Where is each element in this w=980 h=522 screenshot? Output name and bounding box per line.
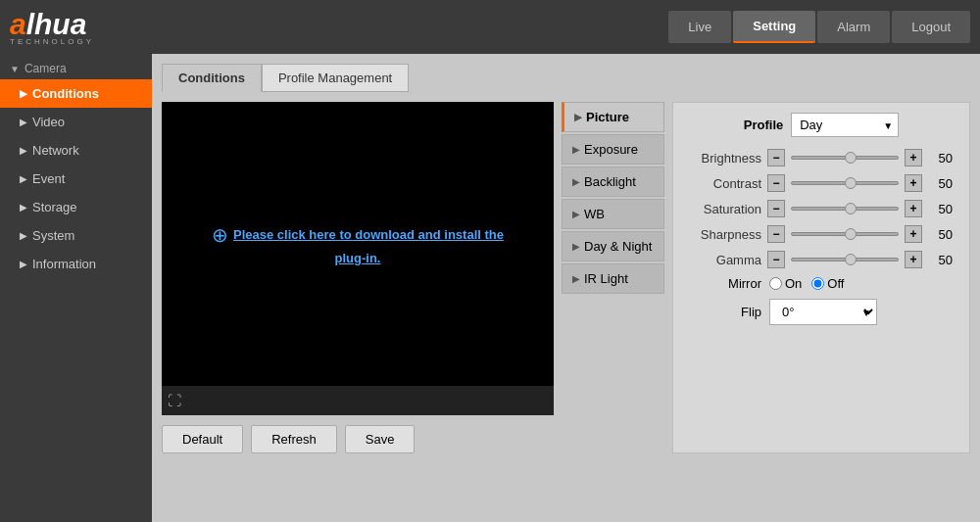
profile-select[interactable]: Day Night General <box>791 113 899 137</box>
download-prompt[interactable]: ⊕ Please click here to download and inst… <box>212 223 504 247</box>
chevron-right-icon: ▶ <box>572 241 580 252</box>
gamma-slider[interactable] <box>791 258 899 261</box>
chevron-right-icon: ▶ <box>20 88 27 99</box>
chevron-right-icon: ▶ <box>20 202 27 213</box>
mirror-on-radio[interactable] <box>769 277 782 290</box>
chevron-right-icon: ▶ <box>20 117 27 127</box>
nav-alarm-button[interactable]: Alarm <box>817 11 890 43</box>
menu-item-exposure[interactable]: ▶ Exposure <box>562 134 664 165</box>
mirror-off-option[interactable]: Off <box>811 276 844 291</box>
tab-profile-management[interactable]: Profile Management <box>262 64 409 92</box>
contrast-row: Contrast − + 50 <box>683 174 959 192</box>
brightness-plus-button[interactable]: + <box>905 149 922 166</box>
picture-panel: ▶ Picture ▶ Exposure ▶ Backlight ▶ WB <box>562 102 970 453</box>
sidebar-item-conditions[interactable]: ▶ Conditions <box>0 79 152 108</box>
menu-item-day-night[interactable]: ▶ Day & Night <box>562 231 664 261</box>
flip-row: Flip 0° 90° 180° 270° <box>683 299 959 325</box>
button-row: Default Refresh Save <box>162 425 554 453</box>
video-panel: ⊕ Please click here to download and inst… <box>162 102 554 453</box>
logo-a-icon: a <box>10 8 26 41</box>
content-area: Conditions Profile Management ⊕ Please c… <box>152 54 980 522</box>
menu-item-ir-light[interactable]: ▶ IR Light <box>562 263 664 294</box>
sidebar-item-storage[interactable]: ▶ Storage <box>0 193 152 221</box>
chevron-right-icon: ▶ <box>572 273 580 284</box>
gamma-plus-button[interactable]: + <box>905 251 922 268</box>
menu-item-backlight[interactable]: ▶ Backlight <box>562 166 664 197</box>
main-layout: ▼ Camera ▶ Conditions ▶ Video ▶ Network … <box>0 54 980 522</box>
header: a lhua TECHNOLOGY Live Setting Alarm Log… <box>0 0 980 54</box>
mirror-radio-group: On Off <box>769 276 844 291</box>
sharpness-minus-button[interactable]: − <box>767 225 785 243</box>
brightness-row: Brightness − + 50 <box>683 149 959 166</box>
contrast-plus-button[interactable]: + <box>905 174 922 192</box>
expand-icon[interactable]: ⛶ <box>168 393 181 408</box>
sidebar-item-event[interactable]: ▶ Event <box>0 165 152 193</box>
flip-select[interactable]: 0° 90° 180° 270° <box>769 299 877 325</box>
menu-item-picture[interactable]: ▶ Picture <box>562 102 664 132</box>
nav-setting-button[interactable]: Setting <box>733 11 815 43</box>
sidebar-item-information[interactable]: ▶ Information <box>0 250 152 278</box>
download-link[interactable]: Please click here to download and instal… <box>233 227 504 242</box>
picture-menu: ▶ Picture ▶ Exposure ▶ Backlight ▶ WB <box>562 102 664 453</box>
main-content: ⊕ Please click here to download and inst… <box>162 102 970 453</box>
sharpness-slider[interactable] <box>791 232 899 236</box>
chevron-right-icon: ▶ <box>20 259 27 269</box>
sidebar: ▼ Camera ▶ Conditions ▶ Video ▶ Network … <box>0 54 152 522</box>
chevron-right-icon: ▶ <box>20 173 27 184</box>
gamma-row: Gamma − + 50 <box>683 251 959 268</box>
sidebar-item-system[interactable]: ▶ System <box>0 221 152 250</box>
settings-panel: Profile Day Night General Brightness − <box>672 102 970 453</box>
contrast-minus-button[interactable]: − <box>767 174 785 192</box>
sidebar-section-camera: ▼ Camera <box>0 54 152 79</box>
chevron-right-icon: ▶ <box>20 230 27 241</box>
mirror-on-option[interactable]: On <box>769 276 802 291</box>
save-button[interactable]: Save <box>345 425 416 453</box>
sidebar-item-video[interactable]: ▶ Video <box>0 108 152 136</box>
nav-live-button[interactable]: Live <box>668 11 731 43</box>
chevron-right-icon: ▶ <box>572 176 580 187</box>
chevron-right-icon: ▶ <box>572 144 580 155</box>
chevron-right-icon: ▶ <box>574 112 582 122</box>
sharpness-row: Sharpness − + 50 <box>683 225 959 243</box>
sidebar-item-network[interactable]: ▶ Network <box>0 136 152 165</box>
nav-buttons: Live Setting Alarm Logout <box>668 11 970 43</box>
video-display: ⊕ Please click here to download and inst… <box>162 102 554 386</box>
mirror-row: Mirror On Off <box>683 276 959 291</box>
chevron-down-icon: ▼ <box>10 64 20 74</box>
saturation-row: Saturation − + 50 <box>683 200 959 217</box>
saturation-plus-button[interactable]: + <box>905 200 922 217</box>
profile-select-wrapper: Day Night General <box>791 113 899 137</box>
logo-subtitle: TECHNOLOGY <box>10 37 94 46</box>
saturation-slider[interactable] <box>791 207 899 211</box>
sharpness-plus-button[interactable]: + <box>905 225 922 243</box>
download-icon: ⊕ <box>212 223 228 247</box>
contrast-slider[interactable] <box>791 181 899 185</box>
profile-row: Profile Day Night General <box>683 113 959 137</box>
logo-text: lhua <box>26 8 87 41</box>
flip-select-wrapper: 0° 90° 180° 270° <box>769 299 877 325</box>
mirror-off-radio[interactable] <box>811 277 824 290</box>
brightness-slider[interactable] <box>791 156 899 160</box>
tabs: Conditions Profile Management <box>162 64 970 92</box>
nav-logout-button[interactable]: Logout <box>892 11 970 43</box>
refresh-button[interactable]: Refresh <box>251 425 337 453</box>
menu-item-wb[interactable]: ▶ WB <box>562 199 664 229</box>
gamma-minus-button[interactable]: − <box>767 251 785 268</box>
brightness-minus-button[interactable]: − <box>767 149 785 166</box>
default-button[interactable]: Default <box>162 425 243 453</box>
chevron-right-icon: ▶ <box>572 209 580 219</box>
chevron-right-icon: ▶ <box>20 145 27 156</box>
logo: a lhua TECHNOLOGY <box>10 8 94 46</box>
video-footer: ⛶ <box>162 386 554 415</box>
saturation-minus-button[interactable]: − <box>767 200 785 217</box>
tab-conditions[interactable]: Conditions <box>162 64 262 92</box>
download-link-line2: plug-in. <box>335 251 381 265</box>
